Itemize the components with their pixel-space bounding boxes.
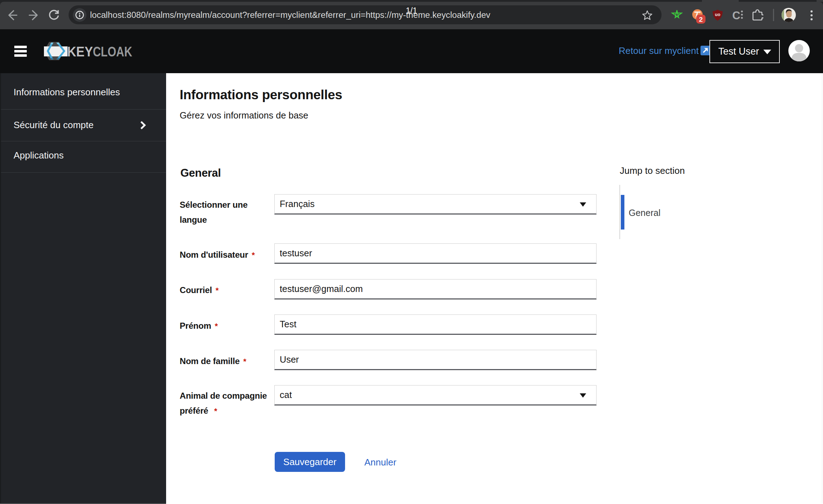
- svg-text:2: 2: [699, 16, 703, 23]
- svg-text:KEY: KEY: [67, 44, 93, 59]
- svg-text:CLOAK: CLOAK: [93, 44, 132, 59]
- svg-text:C: C: [732, 10, 740, 20]
- svg-text:uo: uo: [715, 12, 720, 17]
